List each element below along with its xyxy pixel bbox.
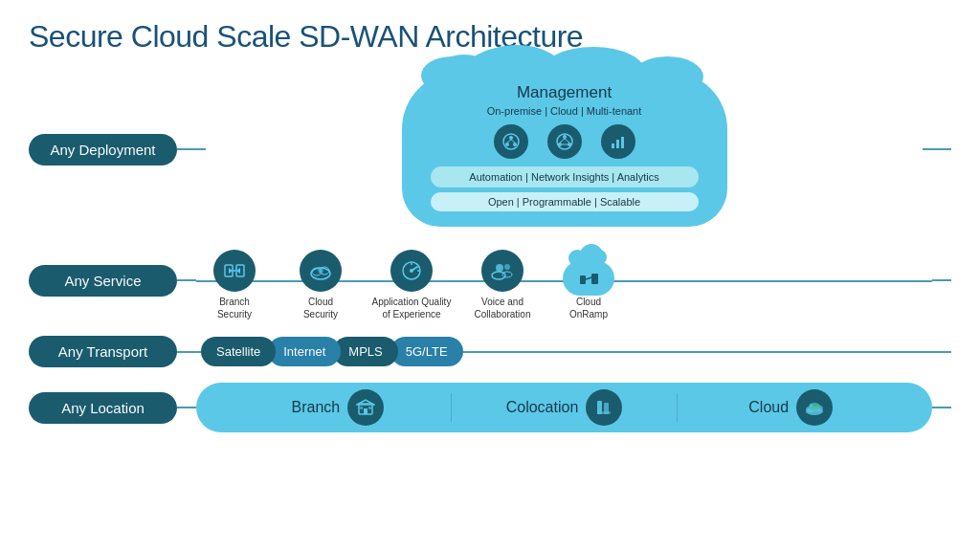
- transport-5g: 5G/LTE: [390, 337, 463, 366]
- mgmt-icon-analytics: [601, 124, 635, 159]
- service-connector-right: [932, 279, 951, 281]
- mgmt-icons: [431, 124, 699, 159]
- svg-rect-15: [621, 137, 624, 148]
- page: Secure Cloud Scale SD-WAN Architecture A…: [0, 0, 980, 551]
- svg-marker-38: [357, 400, 374, 405]
- transport-internet: Internet: [268, 337, 341, 366]
- location-colocation: Colocation: [452, 389, 678, 426]
- transport-mpls: MPLS: [333, 337, 397, 366]
- mgmt-bar1: Automation | Network Insights | Analytic…: [431, 166, 699, 187]
- deployment-connector-right: [923, 148, 951, 150]
- location-colocation-label: Colocation: [506, 399, 579, 416]
- svg-point-2: [505, 143, 509, 146]
- svg-rect-14: [616, 140, 619, 148]
- transport-satellite: Satellite: [201, 337, 276, 366]
- svg-point-31: [504, 264, 510, 270]
- svg-rect-40: [360, 407, 363, 409]
- location-bar: Branch Colocation Cloud: [196, 383, 932, 432]
- svg-rect-41: [368, 407, 371, 409]
- transport-connector-left: [177, 351, 201, 353]
- svg-point-7: [563, 135, 567, 139]
- transport-satellite-label: Satellite: [216, 344, 260, 359]
- deployment-connector: [177, 148, 206, 150]
- location-branch-icon: [347, 389, 384, 426]
- deployment-row: Any Deployment Management On-premise | C…: [29, 72, 951, 227]
- svg-line-36: [586, 277, 591, 279]
- svg-point-27: [410, 269, 413, 273]
- services-flex: BranchSecurity CloudSecurity Application…: [196, 240, 627, 320]
- cloud-onramp-label: CloudOnRamp: [569, 296, 608, 320]
- voice-collab-icon: [481, 250, 523, 292]
- transport-5g-label: 5G/LTE: [406, 344, 448, 359]
- svg-rect-44: [597, 411, 611, 414]
- svg-line-11: [565, 139, 569, 143]
- svg-line-10: [560, 139, 565, 143]
- location-cloud-label: Cloud: [748, 399, 789, 416]
- location-connector-left: [177, 407, 196, 408]
- services-content: BranchSecurity CloudSecurity Application…: [196, 240, 932, 320]
- service-cloud-onramp: CloudOnRamp: [550, 261, 627, 320]
- svg-point-49: [810, 404, 813, 408]
- deployment-label: Any Deployment: [29, 134, 177, 165]
- transport-connector-right: [463, 351, 951, 353]
- app-quality-label: Application Qualityof Experience: [372, 296, 452, 320]
- location-branch: Branch: [225, 389, 451, 426]
- service-branch-security: BranchSecurity: [196, 250, 273, 320]
- deployment-content: Management On-premise | Cloud | Multi-te…: [206, 72, 923, 227]
- transport-mpls-label: MPLS: [348, 344, 382, 359]
- location-connector-right: [932, 407, 951, 408]
- location-cloud-icon: [796, 389, 833, 426]
- mgmt-title: Management: [431, 83, 699, 102]
- management-cloud-body: Management On-premise | Cloud | Multi-te…: [402, 72, 727, 227]
- svg-point-3: [513, 143, 517, 146]
- mgmt-bar2: Open | Programmable | Scalable: [431, 192, 699, 211]
- svg-line-5: [511, 140, 515, 143]
- svg-point-33: [502, 272, 512, 277]
- voice-collab-label: Voice andCollaboration: [475, 296, 531, 320]
- svg-rect-13: [612, 143, 614, 148]
- svg-point-1: [509, 136, 513, 140]
- cloud-security-icon: [300, 250, 342, 292]
- transport-row: Any Transport Satellite Internet MPLS 5G…: [29, 330, 951, 373]
- service-app-quality: Application Qualityof Experience: [368, 250, 455, 320]
- location-label: Any Location: [29, 392, 177, 424]
- app-quality-icon: [390, 250, 433, 292]
- service-label: Any Service: [29, 265, 177, 297]
- branch-security-icon: [213, 250, 256, 292]
- svg-point-30: [496, 264, 503, 272]
- service-voice-collab: Voice andCollaboration: [464, 250, 541, 320]
- service-cloud-security: CloudSecurity: [282, 250, 359, 320]
- mgmt-icon-2: [547, 124, 582, 159]
- location-colocation-icon: [586, 389, 622, 426]
- branch-security-label: BranchSecurity: [217, 296, 252, 320]
- location-cloud: Cloud: [678, 389, 903, 426]
- cloud-security-label: CloudSecurity: [303, 296, 338, 320]
- svg-line-4: [507, 140, 511, 143]
- transport-internet-label: Internet: [283, 344, 325, 359]
- location-row: Any Location Branch Colocation Cloud: [29, 383, 951, 432]
- mgmt-subtitle: On-premise | Cloud | Multi-tenant: [431, 105, 699, 117]
- service-row: Any Service BranchSecurity CloudSecurit: [29, 240, 951, 320]
- cloud-onramp-cloud: [563, 261, 614, 296]
- location-branch-label: Branch: [291, 399, 340, 416]
- cloud-onramp-icon-wrap: [563, 261, 614, 296]
- management-cloud: Management On-premise | Cloud | Multi-te…: [402, 72, 727, 227]
- svg-rect-34: [580, 276, 586, 284]
- svg-rect-39: [364, 408, 368, 414]
- svg-rect-35: [591, 274, 598, 284]
- transport-label: Any Transport: [29, 336, 177, 367]
- service-connector-left: [177, 279, 196, 281]
- mgmt-icon-1: [494, 124, 528, 159]
- transport-items: Satellite Internet MPLS 5G/LTE: [201, 330, 463, 373]
